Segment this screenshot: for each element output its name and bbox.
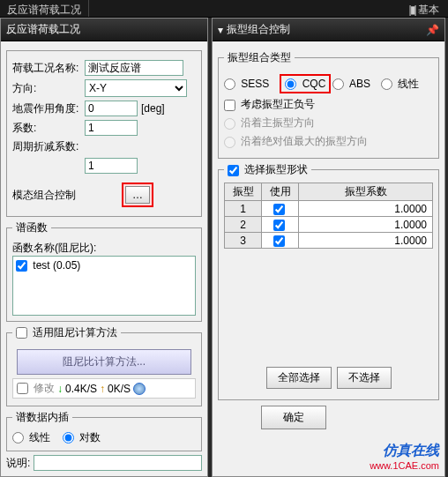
mode-table[interactable]: 振型 使用 振型系数 1 1.0000 2 1.0000 xyxy=(224,183,433,249)
select-mode-group: 选择振型形状 振型 使用 振型系数 1 1.0000 2 xyxy=(218,162,439,400)
opt-abs[interactable]: ABS xyxy=(332,78,370,90)
select-mode-check[interactable] xyxy=(228,165,239,176)
opt-abs-radio[interactable] xyxy=(332,78,344,90)
pin-icon[interactable]: 📌 xyxy=(426,24,439,36)
col-use: 使用 xyxy=(262,183,299,201)
modify-check[interactable] xyxy=(17,383,28,394)
absdir-label: 沿着绝对值最大的振型方向 xyxy=(224,134,368,149)
left-panel: 反应谱荷载工况 荷载工况名称: 方向: X-Y 地震作用角度: [deg] xyxy=(0,18,208,477)
ellipsis-icon: … xyxy=(132,189,143,201)
absdir-radio xyxy=(224,137,235,148)
top-tab-left[interactable]: 反应谱荷载工况 xyxy=(0,0,89,17)
left-panel-header: 反应谱荷载工况 xyxy=(1,19,207,41)
opt-sess[interactable]: SESS xyxy=(224,78,269,90)
direction-select[interactable]: X-Y xyxy=(85,79,187,97)
spectrum-listbox[interactable]: test (0.05) xyxy=(12,256,196,316)
opt-sess-radio[interactable] xyxy=(224,78,235,90)
col-coef: 振型系数 xyxy=(299,183,433,201)
spectrum-legend: 谱函数 xyxy=(12,220,51,235)
combo-type-legend: 振型组合类型 xyxy=(224,50,295,65)
interp-linear-radio[interactable] xyxy=(12,432,24,443)
dir-label: 方向: xyxy=(12,81,81,96)
top-tab-right[interactable]: |▮| 基本 xyxy=(89,0,448,17)
coef-input[interactable] xyxy=(85,120,138,136)
table-row[interactable]: 2 1.0000 xyxy=(225,217,433,233)
right-panel-header: ▾ 振型组合控制 📌 xyxy=(213,19,444,41)
right-panel: ▾ 振型组合控制 📌 振型组合类型 SESS CQC xyxy=(212,18,445,477)
load-case-group: 荷载工况名称: 方向: X-Y 地震作用角度: [deg] 系数: xyxy=(6,50,202,217)
angle-input[interactable] xyxy=(85,101,138,116)
damping-enable-check[interactable] xyxy=(16,327,27,339)
spectrum-group: 谱函数 函数名称(阻尼比): test (0.05) xyxy=(6,220,202,322)
chevron-down-icon[interactable]: ▾ xyxy=(218,24,223,36)
interp-group: 谱数据内插 线性 对数 xyxy=(6,410,202,451)
angle-label: 地震作用角度: xyxy=(12,101,81,116)
interp-log-radio[interactable] xyxy=(63,432,74,443)
sign-check[interactable] xyxy=(224,100,235,111)
opt-linear-radio[interactable] xyxy=(381,78,392,90)
row-use-check[interactable] xyxy=(273,204,285,215)
table-row[interactable]: 3 1.0000 xyxy=(225,233,433,249)
dl-speed: 0.4K/S xyxy=(65,383,97,395)
modify-label: 修改 xyxy=(34,381,55,396)
damping-legend: 适用阻尼计算方法 xyxy=(12,325,121,340)
col-mode: 振型 xyxy=(225,183,262,201)
globe-icon[interactable] xyxy=(133,383,146,395)
ok-button[interactable]: 确定 xyxy=(261,406,326,429)
combo-type-group: 振型组合类型 SESS CQC ABS xyxy=(218,50,439,159)
interp-linear[interactable]: 线性 xyxy=(12,431,54,443)
modal-label: 模态组合控制 xyxy=(12,188,118,203)
row-use-check[interactable] xyxy=(273,220,285,231)
name-input[interactable] xyxy=(85,60,183,76)
period-input[interactable] xyxy=(85,158,138,174)
select-all-button[interactable]: 全部选择 xyxy=(266,367,332,389)
table-row[interactable]: 1 1.0000 xyxy=(225,201,433,217)
period-label: 周期折减系数: xyxy=(12,139,81,154)
name-label: 荷载工况名称: xyxy=(12,61,81,76)
opt-cqc-radio[interactable] xyxy=(285,78,296,90)
desc-label: 说明: xyxy=(6,456,30,471)
maindir-label: 沿着主振型方向 xyxy=(224,116,315,130)
download-bar: 修改 ↓ 0.4K/S ↑ 0K/S xyxy=(12,378,196,399)
arrow-up-icon: ↑ xyxy=(100,383,105,395)
maindir-radio xyxy=(224,118,235,130)
opt-cqc[interactable]: CQC xyxy=(285,78,325,90)
damping-method-button[interactable]: 阻尼比计算方法... xyxy=(17,349,191,375)
spectrum-item[interactable]: test (0.05) xyxy=(16,259,192,272)
select-mode-legend: 选择振型形状 xyxy=(224,162,311,177)
interp-legend: 谱数据内插 xyxy=(12,410,72,425)
spectrum-item-check[interactable] xyxy=(16,260,27,272)
opt-linear[interactable]: 线性 xyxy=(381,77,419,92)
desc-input[interactable] xyxy=(34,455,202,471)
sign-check-label[interactable]: 考虑振型正负号 xyxy=(224,97,315,112)
select-none-button[interactable]: 不选择 xyxy=(337,367,392,389)
arrow-down-icon: ↓ xyxy=(57,383,63,395)
interp-log[interactable]: 对数 xyxy=(63,431,101,443)
spectrum-name-label: 函数名称(阻尼比): xyxy=(12,241,196,256)
coef-label: 系数: xyxy=(12,121,81,136)
row-use-check[interactable] xyxy=(273,235,285,247)
modal-combo-button[interactable]: … xyxy=(125,186,150,204)
damping-group: 适用阻尼计算方法 阻尼比计算方法... 修改 ↓ 0.4K/S ↑ 0K/S xyxy=(6,325,202,406)
ul-speed: 0K/S xyxy=(108,383,131,395)
angle-unit: [deg] xyxy=(141,102,165,115)
